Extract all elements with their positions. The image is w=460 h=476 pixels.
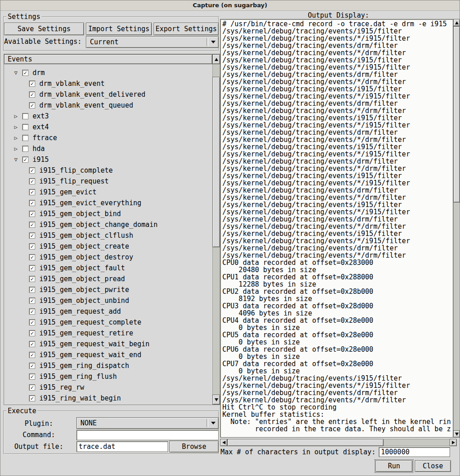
event-label[interactable]: drm [33, 69, 45, 77]
event-checkbox[interactable]: ✓ [29, 211, 35, 217]
event-label[interactable]: i915_gem_object_unbind [39, 297, 129, 305]
event-tree-row[interactable]: ✓i915_gem_ring_flush [4, 371, 212, 382]
plugin-combo[interactable]: NONE [76, 417, 219, 429]
available-settings-combo[interactable]: Current [86, 36, 219, 48]
event-label[interactable]: i915_gem_object_pwrite [39, 286, 129, 294]
event-tree-row[interactable]: ✓i915_gem_object_clflush [4, 230, 212, 241]
event-label[interactable]: i915_gem_object_pread [39, 275, 125, 283]
event-tree-row[interactable]: ✓i915_ring_wait_begin [4, 393, 212, 404]
event-tree-row[interactable]: ✓i915_flip_request [4, 176, 212, 187]
import-settings-button[interactable]: Import Settings [86, 23, 152, 35]
expander-closed-icon[interactable]: ▷ [12, 135, 19, 141]
event-label[interactable]: i915 [33, 156, 49, 164]
max-chars-input[interactable] [379, 447, 450, 457]
output-scroll-left-button[interactable] [220, 439, 227, 446]
output-scroll-down-button[interactable] [453, 430, 460, 438]
event-tree-row[interactable]: ✓i915_gem_request_wait_begin [4, 339, 212, 349]
event-tree-row[interactable]: ✓i915_reg_rw [4, 382, 212, 393]
window-titlebar[interactable]: Capture (on sugarbay) [0, 0, 460, 11]
event-label[interactable]: ext4 [33, 123, 49, 131]
event-label[interactable]: i915_gem_request_add [39, 307, 121, 316]
expander-closed-icon[interactable]: ▷ [12, 113, 19, 119]
event-checkbox[interactable]: ✓ [29, 91, 35, 98]
output-display[interactable]: # /usr/bin/trace-cmd record -o trace.dat… [220, 19, 453, 438]
event-checkbox[interactable]: ✓ [29, 232, 35, 239]
event-tree-row[interactable]: ✓i915_gem_request_retire [4, 328, 212, 339]
event-checkbox[interactable]: ✓ [29, 395, 35, 401]
event-label[interactable]: i915_gem_request_complete [39, 318, 141, 326]
expander-open-icon[interactable]: ▽ [12, 70, 19, 76]
event-checkbox[interactable]: ✓ [29, 102, 35, 108]
events-scrollbar-thumb[interactable] [212, 77, 220, 247]
export-settings-button[interactable]: Export Settings [154, 23, 219, 35]
event-label[interactable]: i915_gem_object_change_domain [39, 221, 158, 229]
event-checkbox[interactable]: ✓ [29, 178, 35, 184]
expander-open-icon[interactable]: ▽ [12, 156, 19, 163]
event-checkbox[interactable]: ✓ [29, 167, 35, 174]
event-label[interactable]: drm_vblank_event_queued [39, 101, 133, 109]
event-label[interactable]: hda [33, 145, 45, 153]
event-label[interactable]: i915_gem_request_retire [39, 329, 133, 337]
expander-closed-icon[interactable]: ▷ [12, 146, 19, 152]
event-checkbox[interactable]: ✓ [29, 243, 35, 250]
event-label[interactable]: i915_gem_evict [39, 188, 96, 196]
event-checkbox[interactable]: ✓ [29, 341, 35, 347]
event-tree-row[interactable]: ✓i915_gem_object_unbind [4, 295, 212, 306]
event-checkbox[interactable] [22, 135, 28, 141]
event-checkbox[interactable]: ✓ [29, 222, 35, 228]
event-checkbox[interactable]: ✓ [29, 384, 35, 391]
event-tree-row[interactable]: ✓i915_gem_object_fault [4, 263, 212, 273]
command-input[interactable] [76, 430, 219, 440]
event-label[interactable]: drm_vblank_event [39, 80, 105, 88]
event-tree-row[interactable]: ✓i915_gem_evict_everything [4, 198, 212, 208]
event-checkbox[interactable]: ✓ [29, 287, 35, 293]
event-tree-row[interactable]: ▷hda [4, 143, 212, 154]
event-tree-row[interactable]: ✓i915_gem_object_destroy [4, 252, 212, 263]
event-checkbox[interactable]: ✓ [22, 156, 28, 163]
run-button[interactable]: Run [376, 460, 413, 472]
event-checkbox[interactable]: ✓ [29, 189, 35, 195]
event-label[interactable]: i915_gem_request_wait_end [39, 351, 141, 359]
event-label[interactable]: i915_gem_object_clflush [39, 231, 133, 240]
event-label[interactable]: i915_gem_object_destroy [39, 253, 133, 261]
browse-button[interactable]: Browse [169, 441, 219, 452]
event-label[interactable]: ftrace [33, 134, 57, 142]
expander-closed-icon[interactable]: ▷ [12, 124, 19, 130]
output-vscrollbar-thumb[interactable] [453, 26, 460, 203]
event-label[interactable]: ext3 [33, 112, 49, 120]
event-tree-row[interactable]: ✓i915_gem_ring_dispatch [4, 360, 212, 371]
event-label[interactable]: i915_ring_wait_begin [39, 394, 121, 402]
event-tree-row[interactable]: ✓drm_vblank_event_queued [4, 100, 212, 111]
event-checkbox[interactable] [22, 146, 28, 152]
output-scroll-up-button[interactable] [453, 19, 460, 26]
event-label[interactable]: i915_gem_object_bind [39, 210, 121, 218]
event-tree-row[interactable]: ✓i915_gem_object_change_domain [4, 219, 212, 230]
event-tree-row[interactable]: ▷ext4 [4, 122, 212, 132]
event-tree-row[interactable]: ✓i915_gem_request_add [4, 306, 212, 317]
event-checkbox[interactable]: ✓ [29, 330, 35, 336]
output-file-input[interactable] [76, 441, 168, 452]
event-tree-row[interactable]: ✓i915_gem_object_pread [4, 273, 212, 284]
event-label[interactable]: i915_flip_complete [39, 166, 113, 174]
save-settings-button[interactable]: Save Settings [4, 23, 84, 35]
event-tree-row[interactable]: ▽✓drm [4, 67, 212, 78]
event-checkbox[interactable] [22, 124, 28, 130]
event-tree-row[interactable]: ✓i915_gem_object_pwrite [4, 284, 212, 295]
close-button[interactable]: Close [415, 460, 451, 472]
event-label[interactable]: drm_vblank_event_delivered [39, 90, 146, 99]
event-checkbox[interactable]: ✓ [29, 276, 35, 282]
event-tree-row[interactable]: ▷ext3 [4, 111, 212, 122]
event-checkbox[interactable]: ✓ [29, 363, 35, 369]
output-hscrollbar-thumb[interactable] [227, 439, 384, 446]
event-checkbox[interactable]: ✓ [29, 265, 35, 271]
output-scroll-right-button[interactable] [450, 439, 457, 446]
event-label[interactable]: i915_reg_rw [39, 383, 84, 391]
event-checkbox[interactable]: ✓ [22, 70, 28, 76]
event-tree-row[interactable]: ▽✓i915 [4, 154, 212, 165]
event-tree-row[interactable]: ✓i915_gem_request_complete [4, 317, 212, 328]
event-checkbox[interactable]: ✓ [29, 200, 35, 206]
events-tree[interactable]: ▽✓drm✓drm_vblank_event✓drm_vblank_event_… [4, 64, 212, 405]
event-checkbox[interactable]: ✓ [29, 254, 35, 260]
event-label[interactable]: i915_gem_request_wait_begin [39, 340, 150, 348]
events-scroll-up-button[interactable] [212, 54, 220, 64]
